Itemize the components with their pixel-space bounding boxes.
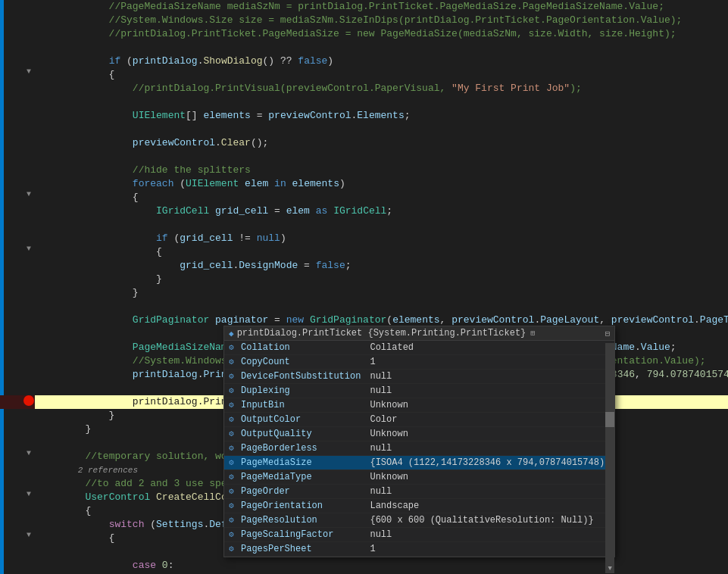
tooltip-row[interactable]: ⚙ Duplexing null <box>224 384 614 398</box>
code-line: previewControl.Clear(); <box>0 136 728 150</box>
property-icon-cell: ⚙ <box>224 370 236 384</box>
property-icon: ⚙ <box>229 357 234 367</box>
property-value-cell: Landscape <box>365 499 614 513</box>
property-icon: ⚙ <box>229 343 234 352</box>
editor-container: //PageMediaSizeName mediaSzNm = printDia… <box>0 0 728 574</box>
fold-icon[interactable]: ▼ <box>25 245 33 253</box>
property-icon: ⚙ <box>229 516 234 525</box>
code-line <box>0 218 728 232</box>
tooltip-scroll-thumb[interactable] <box>605 412 614 427</box>
property-icon-cell: ⚙ <box>224 384 236 398</box>
property-value-cell: Collated <box>365 341 614 355</box>
property-icon-cell: ⚙ <box>224 456 236 470</box>
code-line <box>0 123 728 136</box>
code-line <box>0 95 728 109</box>
code-line: case 0: <box>0 559 728 572</box>
code-line: //printDialog.PrintTicket.PageMediaSize … <box>0 27 728 41</box>
property-name-cell: PageMediaType <box>236 470 365 485</box>
property-value-cell: {ISOA4 (1122,14173228346 x 794,078740157… <box>365 456 614 470</box>
tooltip-table: ⚙ Collation Collated ⚙ CopyCount 1 ⚙ Dev… <box>224 341 614 557</box>
property-icon: ⚙ <box>229 444 234 453</box>
property-name-cell: OutputColor <box>236 413 365 427</box>
tooltip-row[interactable]: ⚙ PageMediaType Unknown <box>224 470 614 485</box>
code-line: //hide the splitters <box>0 164 728 177</box>
property-icon-cell: ⚙ <box>224 427 236 441</box>
tooltip-row[interactable]: ⚙ PageOrientation Landscape <box>224 499 614 513</box>
code-line: } <box>0 286 728 300</box>
property-value-cell: null <box>365 441 614 456</box>
property-name-cell: PageOrientation <box>236 499 365 513</box>
property-icon: ⚙ <box>229 429 234 438</box>
property-name-cell: PagesPerSheet <box>236 542 365 557</box>
tooltip-row[interactable]: ⚙ PagesPerSheet 1 <box>224 542 614 557</box>
property-name-cell: DeviceFontSubstitution <box>236 370 365 384</box>
tooltip-type-icon: ◆ <box>229 329 234 338</box>
property-icon-cell: ⚙ <box>224 499 236 513</box>
property-value-cell: null <box>365 384 614 398</box>
tooltip-row[interactable]: ⚙ PageMediaSize {ISOA4 (1122,14173228346… <box>224 456 614 470</box>
property-value-cell: Unknown <box>365 427 614 441</box>
fold-icon[interactable]: ▼ <box>25 191 33 198</box>
code-line: UIElement[] elements = previewControl.El… <box>0 109 728 123</box>
tooltip-row[interactable]: ⚙ PageBorderless null <box>224 441 614 456</box>
tooltip-row[interactable]: ⚙ OutputColor Color <box>224 413 614 427</box>
property-icon-cell: ⚙ <box>224 441 236 456</box>
tooltip-header-text: printDialog.PrintTicket {System.Printing… <box>237 328 526 338</box>
property-name-cell: PageResolution <box>236 513 365 528</box>
property-name-cell: OutputQuality <box>236 427 365 441</box>
property-icon: ⚙ <box>229 458 234 467</box>
property-icon-cell: ⚙ <box>224 470 236 485</box>
property-icon: ⚙ <box>229 501 234 510</box>
tooltip-row[interactable]: ⚙ PageScalingFactor null <box>224 528 614 542</box>
property-value-cell: null <box>365 485 614 499</box>
code-line <box>0 41 728 55</box>
property-name-cell: PageScalingFactor <box>236 528 365 542</box>
property-icon-cell: ⚙ <box>224 341 236 355</box>
tooltip-scrollbar[interactable]: ▼ <box>605 343 614 573</box>
property-icon-cell: ⚙ <box>224 413 236 427</box>
tooltip-row[interactable]: ⚙ DeviceFontSubstitution null <box>224 370 614 384</box>
fold-icon[interactable]: ▼ <box>25 491 33 498</box>
fold-icon[interactable]: ▼ <box>25 68 33 76</box>
property-value-cell: null <box>365 370 614 384</box>
property-icon: ⚙ <box>229 386 234 395</box>
fold-icon[interactable]: ▼ <box>25 532 33 539</box>
tooltip-close-button[interactable]: ⊟ <box>605 329 611 338</box>
code-line: } <box>0 273 728 286</box>
property-icon: ⚙ <box>229 544 234 554</box>
tooltip-row[interactable]: ⚙ PageResolution {600 x 600 (Qualitative… <box>224 513 614 528</box>
property-icon-cell: ⚙ <box>224 398 236 413</box>
code-line: if (grid_cell != null) <box>0 232 728 245</box>
code-line: //printDialog.PrintVisual(previewControl… <box>0 82 728 95</box>
scroll-down-arrow[interactable]: ▼ <box>605 564 614 573</box>
property-name-cell: PageBorderless <box>236 441 365 456</box>
code-line: //PageMediaSizeName mediaSzNm = printDia… <box>0 0 728 14</box>
tooltip-row[interactable]: ⚙ Collation Collated <box>224 341 614 355</box>
property-name-cell: InputBin <box>236 398 365 413</box>
code-line: if (printDialog.ShowDialog() ?? false) <box>0 55 728 68</box>
code-line: ▼ { <box>0 245 728 259</box>
property-value-cell: Color <box>365 413 614 427</box>
code-line <box>0 150 728 164</box>
breakpoint-indicator[interactable] <box>23 395 34 406</box>
property-name-cell: PageMediaSize <box>236 456 365 470</box>
code-line: //System.Windows.Size size = mediaSzNm.S… <box>0 14 728 27</box>
property-name-cell: CopyCount <box>236 355 365 370</box>
code-line: foreach (UIElement elem in elements) <box>0 177 728 191</box>
tooltip-row[interactable]: ⚙ OutputQuality Unknown <box>224 427 614 441</box>
property-value-cell: {600 x 600 (QualitativeResolution: Null)… <box>365 513 614 528</box>
property-name-cell: Duplexing <box>236 384 365 398</box>
code-line <box>0 300 728 314</box>
property-name-cell: Collation <box>236 341 365 355</box>
property-icon: ⚙ <box>229 530 234 539</box>
code-line: IGridCell grid_cell = elem as IGridCell; <box>0 204 728 218</box>
fold-icon[interactable]: ▼ <box>25 450 33 457</box>
property-icon-cell: ⚙ <box>224 355 236 370</box>
property-value-cell: 1 <box>365 542 614 557</box>
property-icon-cell: ⚙ <box>224 542 236 557</box>
tooltip-row[interactable]: ⚙ CopyCount 1 <box>224 355 614 370</box>
tooltip-row[interactable]: ⚙ InputBin Unknown <box>224 398 614 413</box>
tooltip-expand-icon[interactable]: ⊞ <box>530 329 535 338</box>
tooltip-row[interactable]: ⚙ PageOrder null <box>224 485 614 499</box>
property-icon: ⚙ <box>229 415 234 424</box>
